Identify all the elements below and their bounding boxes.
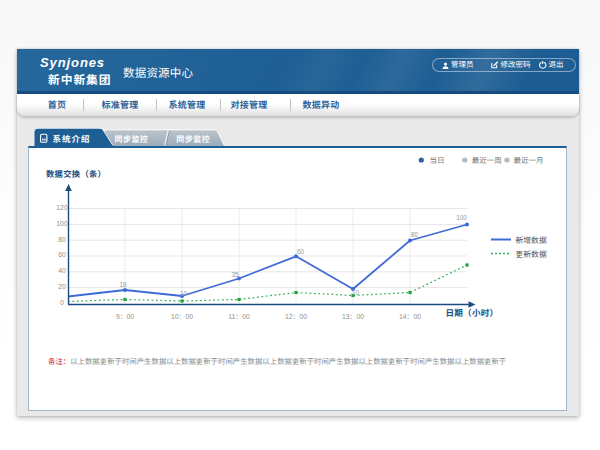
svg-text:35: 35 <box>231 271 239 278</box>
svg-text:13：00: 13：00 <box>342 313 364 320</box>
svg-text:80: 80 <box>411 231 419 238</box>
svg-text:当日: 当日 <box>430 156 445 165</box>
svg-text:60: 60 <box>297 248 305 255</box>
svg-text:18: 18 <box>119 281 127 288</box>
svg-text:同步监控: 同步监控 <box>115 133 149 144</box>
svg-text:最近一周: 最近一周 <box>472 156 502 165</box>
svg-text:60: 60 <box>58 251 66 258</box>
svg-text:10: 10 <box>180 290 188 297</box>
svg-text:20: 20 <box>58 283 66 290</box>
svg-text:9：00: 9：00 <box>116 313 134 320</box>
svg-text:100: 100 <box>456 214 467 221</box>
svg-text:数据交换（条）: 数据交换（条） <box>46 169 106 179</box>
svg-text:40: 40 <box>58 267 66 274</box>
svg-text:80: 80 <box>58 236 66 243</box>
svg-text:新增数据: 新增数据 <box>516 236 547 245</box>
svg-text:11：00: 11：00 <box>228 313 250 320</box>
svg-text:12：00: 12：00 <box>285 313 307 320</box>
svg-text:14：00: 14：00 <box>399 313 421 320</box>
svg-text:10：00: 10：00 <box>171 313 193 320</box>
svg-text:最近一月: 最近一月 <box>514 156 544 165</box>
svg-text:同步监控: 同步监控 <box>176 133 210 144</box>
svg-text:10: 10 <box>352 289 360 296</box>
svg-text:100: 100 <box>56 220 68 227</box>
svg-text:更新数据: 更新数据 <box>516 250 547 259</box>
svg-text:日期（小时）: 日期（小时） <box>446 308 499 318</box>
svg-text:备注：以上数据更新于时间产生数据以上数据更新于时间产生数据以: 备注：以上数据更新于时间产生数据以上数据更新于时间产生数据以上数据更新于时间产生… <box>48 357 506 366</box>
svg-text:0: 0 <box>60 299 64 306</box>
svg-text:120: 120 <box>56 204 68 211</box>
svg-text:系统介绍: 系统介绍 <box>52 132 90 144</box>
